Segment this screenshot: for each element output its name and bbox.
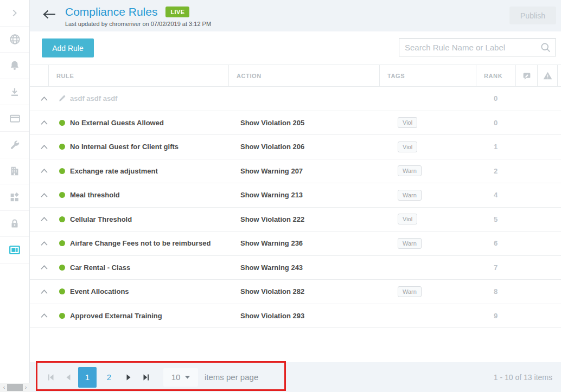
rule-tag: Warn — [398, 286, 422, 297]
publish-button[interactable]: Publish — [509, 7, 556, 24]
pagination-bar: 12 10 items per page 1 - 10 of 13 items — [30, 362, 561, 392]
row-collapse-toggle[interactable] — [34, 192, 54, 198]
rule-rank: 6 — [476, 239, 515, 247]
table-row[interactable]: Cellular Threshold Show Violation 222 Vi… — [30, 208, 561, 232]
chevron-up-icon — [40, 241, 48, 246]
toolbar: Add Rule — [30, 31, 561, 65]
scroll-left-icon[interactable]: ‹ — [1, 383, 7, 392]
table-row[interactable]: No External Guests Allowed Show Violatio… — [30, 111, 561, 136]
sidebar-item-company[interactable] — [0, 158, 29, 185]
rules-layout-icon — [8, 243, 21, 256]
rule-tags-cell: Viol — [379, 117, 476, 128]
scrollbar-thumb[interactable] — [7, 384, 23, 391]
table-row[interactable]: Car Rental - Class Show Warning 243 7 — [30, 256, 561, 280]
row-collapse-toggle[interactable] — [34, 313, 54, 318]
sidebar-item-notifications[interactable] — [0, 53, 29, 79]
status-dot-icon — [59, 313, 65, 319]
row-collapse-toggle[interactable] — [34, 241, 54, 246]
status-dot-icon — [59, 168, 65, 174]
row-collapse-toggle[interactable] — [34, 144, 54, 150]
previous-page-button[interactable] — [59, 368, 76, 387]
search-icon — [540, 42, 551, 53]
sidebar-item-globe[interactable] — [0, 27, 29, 53]
chevron-up-icon — [40, 96, 48, 101]
rule-name: Cellular Threshold — [70, 215, 228, 223]
rule-action: Show Violation 205 — [228, 119, 379, 127]
rule-action: Show Warning 236 — [228, 239, 379, 247]
column-header-action[interactable]: ACTION — [228, 65, 379, 86]
widgets-icon — [9, 191, 21, 203]
column-header-rule[interactable]: RULE — [48, 65, 228, 86]
rule-name: No External Guests Allowed — [70, 119, 228, 127]
row-collapse-toggle[interactable] — [34, 289, 54, 294]
rule-action: Show Warning 213 — [228, 191, 379, 199]
row-collapse-toggle[interactable] — [34, 216, 54, 222]
rule-status-cell — [54, 313, 70, 319]
page-number-button[interactable]: 1 — [78, 367, 97, 388]
column-header-rank[interactable]: RANK — [476, 65, 515, 86]
table-row[interactable]: Airfare Change Fees not to be reimbursed… — [30, 232, 561, 256]
wrench-icon — [9, 139, 21, 151]
rule-name: Exchange rate adjustment — [70, 167, 228, 175]
column-header-warnings[interactable] — [537, 65, 557, 86]
scroll-right-icon[interactable]: › — [23, 383, 29, 392]
sidebar-item-cards[interactable] — [0, 105, 29, 132]
row-collapse-toggle[interactable] — [34, 168, 54, 173]
page-number-button[interactable]: 2 — [100, 367, 118, 388]
chevron-up-icon — [40, 216, 48, 222]
items-per-page-label: items per page — [205, 372, 258, 382]
chevron-up-icon — [40, 265, 48, 270]
last-page-button[interactable] — [137, 368, 155, 387]
bell-icon — [9, 60, 21, 72]
table-row[interactable]: No Internal Guest for Client gifts Show … — [30, 135, 561, 159]
row-collapse-toggle[interactable] — [34, 96, 54, 101]
rule-tags-cell: Warn — [379, 286, 476, 297]
column-header-comments[interactable] — [515, 65, 537, 86]
draft-pencil-icon[interactable] — [58, 94, 67, 103]
items-range-label: 1 - 10 of 13 items — [494, 373, 552, 382]
sidebar-item-security[interactable] — [0, 211, 29, 237]
first-page-button[interactable] — [42, 368, 59, 387]
rule-name: Meal threshold — [70, 191, 228, 199]
table-row[interactable]: Event Allocations Show Violation 282 War… — [30, 280, 561, 304]
rule-tags-cell: Viol — [379, 214, 476, 224]
sidebar-item-admin-tools[interactable] — [0, 132, 29, 158]
rule-tag: Warn — [398, 238, 422, 249]
rule-rank: 5 — [476, 215, 515, 223]
sidebar: ‹ › — [0, 0, 30, 392]
rule-tag: Viol — [398, 142, 417, 152]
rule-name: Approved External Training — [70, 312, 228, 320]
rule-rank: 0 — [476, 119, 515, 127]
row-collapse-toggle[interactable] — [34, 120, 54, 125]
rule-tag: Warn — [398, 190, 422, 201]
sidebar-item-downloads[interactable] — [0, 79, 29, 106]
rule-tag: Viol — [398, 117, 417, 128]
rule-rank: 1 — [476, 143, 515, 151]
add-rule-button[interactable]: Add Rule — [42, 38, 94, 57]
globe-icon — [9, 33, 21, 46]
title-block: Compliance Rules LIVE Last updated by ch… — [65, 5, 211, 27]
table-row[interactable]: Exchange rate adjustment Show Warning 20… — [30, 159, 561, 184]
rule-status-cell — [54, 288, 70, 294]
table-row[interactable]: Approved External Training Show Violatio… — [30, 304, 561, 329]
next-page-button[interactable] — [120, 368, 137, 387]
sidebar-item-compliance-rules[interactable] — [0, 237, 29, 264]
page-size-dropdown[interactable]: 10 — [163, 368, 198, 387]
column-header-tags[interactable]: TAGS — [379, 65, 476, 86]
table-row[interactable]: Meal threshold Show Warning 213 Warn 4 — [30, 183, 561, 208]
page-title: Compliance Rules — [65, 5, 157, 18]
sidebar-item-expand[interactable] — [0, 0, 29, 27]
rule-status-cell — [54, 192, 70, 198]
back-button[interactable] — [42, 9, 56, 21]
sidebar-item-widgets[interactable] — [0, 184, 29, 211]
rule-rank: 7 — [476, 264, 515, 272]
row-collapse-toggle[interactable] — [34, 265, 54, 270]
table-row[interactable]: asdf asdf asdf 0 — [30, 87, 561, 111]
horizontal-scrollbar[interactable]: ‹ › — [0, 383, 30, 392]
rule-rank: 0 — [476, 94, 515, 102]
status-dot-icon — [59, 240, 65, 246]
back-arrow-icon — [42, 9, 56, 20]
search-box — [399, 38, 556, 56]
search-input[interactable] — [399, 39, 538, 56]
search-icon-button[interactable] — [538, 42, 556, 53]
